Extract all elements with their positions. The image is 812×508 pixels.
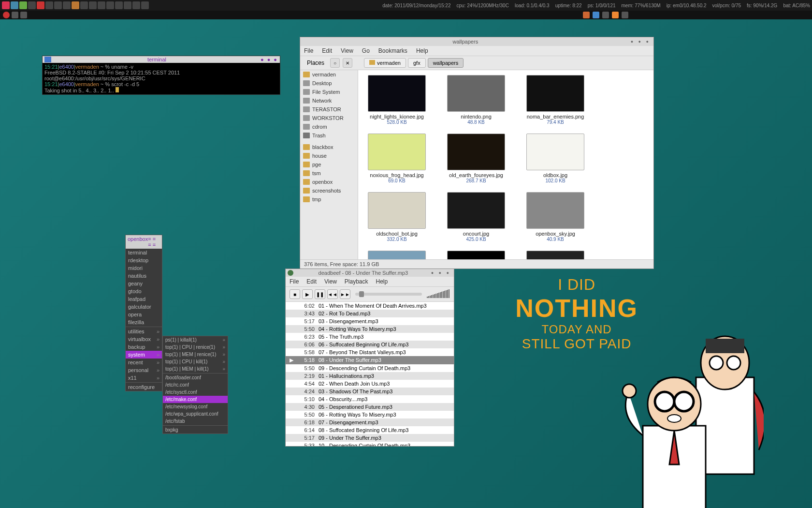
menu-edit[interactable]: Edit <box>322 47 332 54</box>
submenu-item[interactable]: top(1) | CPU | renice(1)» <box>163 344 228 351</box>
breadcrumb-gfx[interactable]: gfx <box>408 58 426 68</box>
menu-item[interactable]: recent» <box>126 359 162 366</box>
sidebar-screenshots[interactable]: screenshots <box>300 186 358 195</box>
tray-icon[interactable] <box>72 1 79 9</box>
menu-item[interactable]: opera <box>126 311 162 318</box>
notif-icon[interactable] <box>593 12 599 18</box>
task-icon[interactable] <box>20 12 27 18</box>
menu-item-reconfigure[interactable]: reconfigure <box>126 383 162 391</box>
file-item[interactable]: opensolaris_dirt_wide.jpg546.5 KB <box>363 251 431 259</box>
submenu-item[interactable]: ps(1) | killall(1)» <box>163 336 228 344</box>
sidebar-network[interactable]: Network <box>300 96 358 105</box>
menu-item[interactable]: midori <box>126 264 162 272</box>
tray-icon[interactable] <box>11 1 18 9</box>
music-player-window[interactable]: deadbeef - 08 - Under The Suffer.mp3 ● ●… <box>285 269 454 447</box>
terminal-titlebar[interactable]: terminal ● ● ● <box>43 56 280 63</box>
menu-go[interactable]: Go <box>362 47 370 54</box>
terminal-body[interactable]: 15:21|e6400|vermaden ~ % uname -v FreeBS… <box>43 63 280 94</box>
prev-button[interactable]: ◄◄ <box>327 289 338 299</box>
tray-icon[interactable] <box>63 1 71 9</box>
submenu-item[interactable]: top(1) | MEM | renice(1)» <box>163 351 228 358</box>
track-row[interactable]: 5:5004 - Rotting Ways To Misery.mp3 <box>286 325 454 333</box>
sidebar-tmp[interactable]: tmp <box>300 195 358 204</box>
track-row[interactable]: 6:0201 - When The Moment Of Death Arrive… <box>286 302 454 310</box>
seek-bar[interactable] <box>355 293 422 296</box>
submenu-item[interactable]: top(1) | MEM | kill(1)» <box>163 365 228 373</box>
file-item[interactable]: oncourt.jpg425.0 KB <box>442 192 510 242</box>
sidebar-openbox[interactable]: openbox <box>300 178 358 186</box>
nav-button[interactable]: ✕ <box>343 58 352 68</box>
track-row[interactable]: 4:3005 - Desperationed Future.mp3 <box>286 403 454 411</box>
sidebar-terastor[interactable]: TERASTOR <box>300 105 358 114</box>
track-row[interactable]: 6:2305 - The Truth.mp3 <box>286 333 454 341</box>
terminal-window[interactable]: terminal ● ● ● 15:21|e6400|vermaden ~ % … <box>42 56 280 95</box>
sidebar-workstor[interactable]: WORKSTOR <box>300 114 358 122</box>
track-row[interactable]: 5:1703 - Disengagement.mp3 <box>286 317 454 325</box>
menu-item[interactable]: x11» <box>126 374 162 382</box>
track-row[interactable]: 4:5402 - When Death Join Us.mp3 <box>286 380 454 388</box>
menu-help[interactable]: Help <box>416 47 428 54</box>
sidebar-house[interactable]: house <box>300 151 358 160</box>
track-row[interactable]: 2:1901 - Hallucinations.mp3 <box>286 372 454 380</box>
file-item[interactable]: oldbox.jpg102.0 KB <box>522 134 589 183</box>
menu-item[interactable]: filezilla <box>126 318 162 326</box>
track-row[interactable]: ▶5:1808 - Under The Suffer.mp3 <box>286 356 454 364</box>
submenu-item[interactable]: /etc/fstab <box>163 418 228 425</box>
menu-file[interactable]: File <box>304 47 313 54</box>
menu-view[interactable]: View <box>341 47 353 54</box>
window-controls[interactable]: ● ● ● <box>431 270 451 275</box>
tray-icon[interactable] <box>2 1 10 9</box>
tray-icon[interactable] <box>28 1 36 9</box>
submenu-item[interactable]: /etc/wpa_supplicant.conf <box>163 410 228 418</box>
sidebar-cdrom[interactable]: cdrom <box>300 122 358 131</box>
task-icon[interactable] <box>12 12 18 18</box>
tray-icon[interactable] <box>54 1 62 9</box>
menu-item[interactable]: personal» <box>126 366 162 374</box>
file-item[interactable]: ozzy_headless_bat.png15.6 KB <box>442 251 510 259</box>
file-item[interactable]: noxious_frog_head.jpg69.0 KB <box>363 134 431 183</box>
stop-button[interactable]: ■ <box>290 289 300 299</box>
menu-item[interactable]: galculator <box>126 303 162 311</box>
tray-icon[interactable] <box>98 1 105 9</box>
play-button[interactable]: ▶ <box>302 289 313 299</box>
tray-icon[interactable] <box>80 1 88 9</box>
submenu-item[interactable]: /etc/rc.conf <box>163 381 228 388</box>
menu-item[interactable]: terminal <box>126 249 162 256</box>
window-controls[interactable]: ● ● ● <box>261 57 278 62</box>
menu-item[interactable]: geany <box>126 280 162 287</box>
menu-item[interactable]: nautilus <box>126 272 162 280</box>
fm-content[interactable]: night_lights_kionee.jpg528.0 KBnintendo.… <box>358 70 653 259</box>
tray-icon[interactable] <box>115 1 123 9</box>
sidebar-trash[interactable]: Trash <box>300 131 358 140</box>
tray-icon[interactable] <box>132 1 140 9</box>
menu-item[interactable]: gtodo <box>126 287 162 295</box>
file-item[interactable]: nintendo.png48.8 KB <box>442 75 510 125</box>
places-label[interactable]: Places <box>304 59 327 67</box>
menu-item[interactable]: utilities» <box>126 328 162 335</box>
menu-bookmarks[interactable]: Bookmarks <box>378 47 407 54</box>
menu-item[interactable]: virtualbox» <box>126 335 162 343</box>
tray-icon[interactable] <box>37 1 44 9</box>
breadcrumb-vermaden[interactable]: vermaden <box>364 58 406 68</box>
track-row[interactable]: 5:1004 - Obscurity....mp3 <box>286 395 454 403</box>
track-row[interactable]: 3:4302 - Rot To Dead.mp3 <box>286 310 454 317</box>
mp-titlebar[interactable]: deadbeef - 08 - Under The Suffer.mp3 ● ●… <box>286 269 454 277</box>
sidebar-pge[interactable]: pge <box>300 160 358 169</box>
tray-icon[interactable] <box>19 1 27 9</box>
next-button[interactable]: ►► <box>340 289 350 299</box>
tray-icon[interactable] <box>141 1 149 9</box>
sidebar-blackbox[interactable]: blackbox <box>300 143 358 151</box>
track-row[interactable]: 5:1709 - Under The Suffer.mp3 <box>286 434 454 442</box>
nav-button[interactable]: ○ <box>330 58 340 68</box>
sidebar-tsm[interactable]: tsm <box>300 169 358 178</box>
tray-icon[interactable] <box>106 1 114 9</box>
track-row[interactable]: 5:3310 - Descending Curtain Of Death.mp3 <box>286 442 454 446</box>
track-row[interactable]: 4:2403 - Shadows Of The Past.mp3 <box>286 388 454 395</box>
track-row[interactable]: 6:1408 - Suffocated Beginning Of Life.mp… <box>286 426 454 434</box>
file-manager-window[interactable]: wallpapers ● ● ● FileEditViewGoBookmarks… <box>300 37 654 269</box>
menu-edit[interactable]: Edit <box>306 278 317 285</box>
sidebar-vermaden[interactable]: vermaden <box>300 70 358 79</box>
submenu-item-selected[interactable]: /etc/make.conf <box>163 396 228 403</box>
tray-icon[interactable] <box>124 1 131 9</box>
submenu-item[interactable]: /boot/loader.conf <box>163 374 228 381</box>
